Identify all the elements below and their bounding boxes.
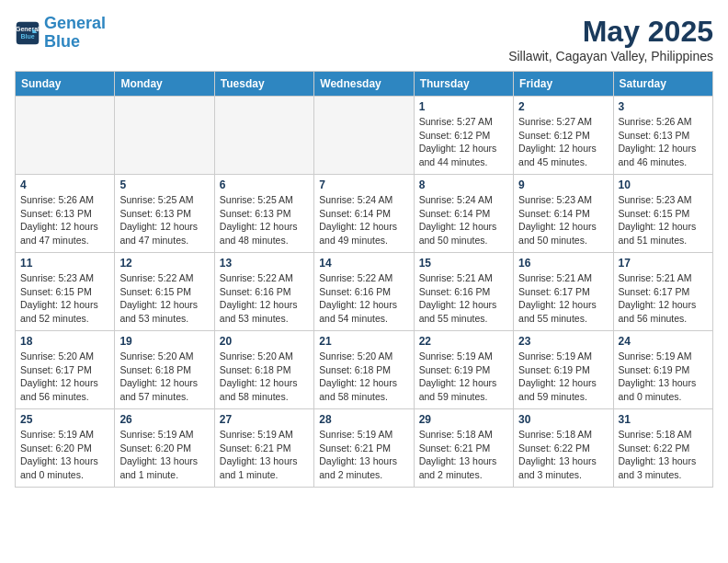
calendar-cell: 16Sunrise: 5:21 AMSunset: 6:17 PMDayligh… xyxy=(514,253,613,331)
calendar-cell: 15Sunrise: 5:21 AMSunset: 6:16 PMDayligh… xyxy=(414,253,513,331)
svg-text:Blue: Blue xyxy=(20,33,34,40)
week-row-2: 11Sunrise: 5:23 AMSunset: 6:15 PMDayligh… xyxy=(16,253,713,331)
day-info: Sunrise: 5:22 AMSunset: 6:15 PMDaylight:… xyxy=(119,271,209,326)
calendar-cell: 8Sunrise: 5:24 AMSunset: 6:14 PMDaylight… xyxy=(414,175,513,253)
logo-icon: General Blue xyxy=(15,20,40,46)
calendar-cell: 29Sunrise: 5:18 AMSunset: 6:21 PMDayligh… xyxy=(414,409,513,488)
calendar-cell: 28Sunrise: 5:19 AMSunset: 6:21 PMDayligh… xyxy=(314,409,414,488)
calendar-cell: 23Sunrise: 5:19 AMSunset: 6:19 PMDayligh… xyxy=(514,331,613,409)
logo-text: General Blue xyxy=(44,15,106,52)
calendar-cell xyxy=(314,97,414,175)
day-info: Sunrise: 5:26 AMSunset: 6:13 PMDaylight:… xyxy=(619,115,708,169)
calendar-cell: 4Sunrise: 5:26 AMSunset: 6:13 PMDaylight… xyxy=(16,175,115,253)
day-number: 30 xyxy=(518,413,608,426)
day-number: 9 xyxy=(518,178,608,191)
day-number: 19 xyxy=(119,335,209,348)
day-number: 29 xyxy=(419,413,508,426)
calendar-cell: 7Sunrise: 5:24 AMSunset: 6:14 PMDaylight… xyxy=(314,175,414,253)
day-number: 10 xyxy=(619,178,708,191)
day-info: Sunrise: 5:20 AMSunset: 6:18 PMDaylight:… xyxy=(220,350,309,404)
day-number: 16 xyxy=(518,257,608,270)
day-number: 24 xyxy=(619,335,708,348)
calendar-cell: 21Sunrise: 5:20 AMSunset: 6:18 PMDayligh… xyxy=(314,331,414,409)
day-info: Sunrise: 5:19 AMSunset: 6:20 PMDaylight:… xyxy=(119,428,209,482)
day-number: 1 xyxy=(419,100,508,113)
day-number: 21 xyxy=(319,335,408,348)
day-header-monday: Monday xyxy=(115,72,214,97)
day-number: 28 xyxy=(319,413,408,426)
day-number: 25 xyxy=(20,413,109,426)
day-header-wednesday: Wednesday xyxy=(314,72,414,97)
day-header-sunday: Sunday xyxy=(16,72,115,97)
calendar-cell: 20Sunrise: 5:20 AMSunset: 6:18 PMDayligh… xyxy=(214,331,313,409)
svg-text:General: General xyxy=(16,26,40,32)
day-info: Sunrise: 5:25 AMSunset: 6:13 PMDaylight:… xyxy=(119,193,209,247)
week-row-1: 4Sunrise: 5:26 AMSunset: 6:13 PMDaylight… xyxy=(16,175,713,253)
week-row-4: 25Sunrise: 5:19 AMSunset: 6:20 PMDayligh… xyxy=(16,409,713,488)
day-header-friday: Friday xyxy=(514,72,613,97)
day-info: Sunrise: 5:19 AMSunset: 6:19 PMDaylight:… xyxy=(619,350,708,404)
logo-line1: General xyxy=(44,14,106,32)
day-number: 11 xyxy=(20,257,109,270)
calendar-cell: 6Sunrise: 5:25 AMSunset: 6:13 PMDaylight… xyxy=(214,175,313,253)
day-info: Sunrise: 5:20 AMSunset: 6:18 PMDaylight:… xyxy=(319,350,408,404)
day-info: Sunrise: 5:25 AMSunset: 6:13 PMDaylight:… xyxy=(220,193,309,247)
calendar-cell: 2Sunrise: 5:27 AMSunset: 6:12 PMDaylight… xyxy=(514,97,613,175)
day-info: Sunrise: 5:23 AMSunset: 6:15 PMDaylight:… xyxy=(619,193,708,247)
calendar-cell: 18Sunrise: 5:20 AMSunset: 6:17 PMDayligh… xyxy=(16,331,115,409)
day-info: Sunrise: 5:26 AMSunset: 6:13 PMDaylight:… xyxy=(20,193,109,247)
day-number: 27 xyxy=(220,413,309,426)
day-number: 6 xyxy=(220,178,309,191)
day-header-thursday: Thursday xyxy=(414,72,513,97)
day-info: Sunrise: 5:21 AMSunset: 6:17 PMDaylight:… xyxy=(518,271,608,326)
calendar-cell: 17Sunrise: 5:21 AMSunset: 6:17 PMDayligh… xyxy=(613,253,712,331)
calendar-cell: 31Sunrise: 5:18 AMSunset: 6:22 PMDayligh… xyxy=(613,409,712,488)
page-header: General Blue General Blue May 2025 Silla… xyxy=(15,15,713,63)
day-header-tuesday: Tuesday xyxy=(214,72,313,97)
day-info: Sunrise: 5:20 AMSunset: 6:18 PMDaylight:… xyxy=(119,350,209,404)
calendar-cell: 13Sunrise: 5:22 AMSunset: 6:16 PMDayligh… xyxy=(214,253,313,331)
day-number: 8 xyxy=(419,178,508,191)
day-number: 15 xyxy=(419,257,508,270)
day-number: 18 xyxy=(20,335,109,348)
calendar-cell: 24Sunrise: 5:19 AMSunset: 6:19 PMDayligh… xyxy=(613,331,712,409)
month-title: May 2025 xyxy=(508,15,713,49)
calendar-header-row: SundayMondayTuesdayWednesdayThursdayFrid… xyxy=(16,72,713,97)
day-number: 22 xyxy=(419,335,508,348)
day-info: Sunrise: 5:21 AMSunset: 6:17 PMDaylight:… xyxy=(619,271,708,326)
calendar-cell: 9Sunrise: 5:23 AMSunset: 6:14 PMDaylight… xyxy=(514,175,613,253)
day-info: Sunrise: 5:27 AMSunset: 6:12 PMDaylight:… xyxy=(518,115,608,169)
calendar-cell: 12Sunrise: 5:22 AMSunset: 6:15 PMDayligh… xyxy=(115,253,214,331)
day-info: Sunrise: 5:24 AMSunset: 6:14 PMDaylight:… xyxy=(419,193,508,247)
day-info: Sunrise: 5:18 AMSunset: 6:22 PMDaylight:… xyxy=(619,428,708,482)
day-info: Sunrise: 5:19 AMSunset: 6:19 PMDaylight:… xyxy=(419,350,508,404)
logo-line2: Blue xyxy=(44,32,80,51)
day-info: Sunrise: 5:22 AMSunset: 6:16 PMDaylight:… xyxy=(220,271,309,326)
week-row-0: 1Sunrise: 5:27 AMSunset: 6:12 PMDaylight… xyxy=(16,97,713,175)
day-info: Sunrise: 5:19 AMSunset: 6:21 PMDaylight:… xyxy=(319,428,408,482)
calendar-cell: 22Sunrise: 5:19 AMSunset: 6:19 PMDayligh… xyxy=(414,331,513,409)
day-number: 26 xyxy=(119,413,209,426)
calendar-cell: 14Sunrise: 5:22 AMSunset: 6:16 PMDayligh… xyxy=(314,253,414,331)
calendar-cell: 5Sunrise: 5:25 AMSunset: 6:13 PMDaylight… xyxy=(115,175,214,253)
day-info: Sunrise: 5:18 AMSunset: 6:22 PMDaylight:… xyxy=(518,428,608,482)
calendar-cell: 3Sunrise: 5:26 AMSunset: 6:13 PMDaylight… xyxy=(613,97,712,175)
day-info: Sunrise: 5:23 AMSunset: 6:15 PMDaylight:… xyxy=(20,271,109,326)
day-number: 3 xyxy=(619,100,708,113)
day-number: 7 xyxy=(319,178,408,191)
title-block: May 2025 Sillawit, Cagayan Valley, Phili… xyxy=(508,15,713,63)
calendar-cell: 1Sunrise: 5:27 AMSunset: 6:12 PMDaylight… xyxy=(414,97,513,175)
calendar-cell: 25Sunrise: 5:19 AMSunset: 6:20 PMDayligh… xyxy=(16,409,115,488)
day-number: 17 xyxy=(619,257,708,270)
day-info: Sunrise: 5:24 AMSunset: 6:14 PMDaylight:… xyxy=(319,193,408,247)
calendar-cell: 27Sunrise: 5:19 AMSunset: 6:21 PMDayligh… xyxy=(214,409,313,488)
day-info: Sunrise: 5:19 AMSunset: 6:21 PMDaylight:… xyxy=(220,428,309,482)
calendar-table: SundayMondayTuesdayWednesdayThursdayFrid… xyxy=(15,71,713,488)
day-number: 23 xyxy=(518,335,608,348)
day-info: Sunrise: 5:22 AMSunset: 6:16 PMDaylight:… xyxy=(319,271,408,326)
day-info: Sunrise: 5:18 AMSunset: 6:21 PMDaylight:… xyxy=(419,428,508,482)
day-info: Sunrise: 5:23 AMSunset: 6:14 PMDaylight:… xyxy=(518,193,608,247)
day-number: 14 xyxy=(319,257,408,270)
day-number: 2 xyxy=(518,100,608,113)
calendar-cell xyxy=(214,97,313,175)
